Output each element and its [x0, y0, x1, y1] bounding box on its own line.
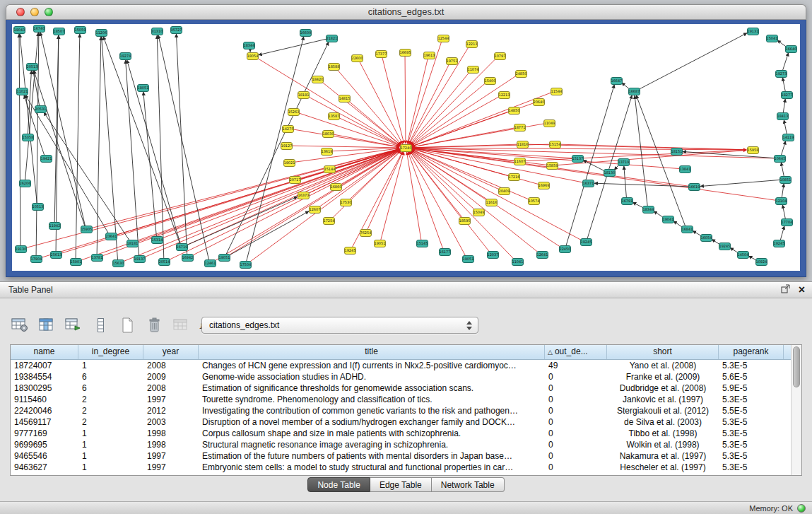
graph-node[interactable]: 1924503	[773, 240, 785, 247]
table-row[interactable]: 969969511998Structural magnetic resonanc…	[11, 439, 801, 450]
graph-node[interactable]: 1535853	[22, 134, 34, 141]
graph-node[interactable]: 1859571	[459, 217, 471, 225]
graph-node[interactable]: 1194204	[49, 222, 61, 230]
graph-node[interactable]: 1924502	[719, 243, 731, 250]
graph-node[interactable]: 1358713	[328, 112, 340, 120]
graph-node[interactable]: 1221390	[498, 91, 510, 99]
graph-node[interactable]: 1378104	[91, 254, 103, 262]
close-button[interactable]	[16, 8, 25, 16]
graph-node[interactable]: 1120608	[95, 29, 107, 37]
graph-node[interactable]: 1912743	[281, 142, 293, 150]
graph-node[interactable]: 1411945	[782, 134, 794, 141]
graph-node[interactable]: 1924501	[580, 238, 592, 246]
graph-node[interactable]: 1254419	[437, 35, 449, 42]
graph-node[interactable]: 1264104	[536, 251, 548, 259]
graph-node[interactable]: 1975182	[446, 57, 458, 65]
graph-node[interactable]: 1913043	[15, 245, 27, 253]
table-row[interactable]: 946554611997Estimation of the future num…	[11, 450, 801, 462]
tab-edge-table[interactable]: Edge Table	[370, 477, 432, 492]
graph-node[interactable]: 1085134	[779, 176, 792, 184]
graph-node[interactable]: 1750413	[240, 261, 252, 269]
graph-node[interactable]: 1563044	[112, 259, 124, 267]
delete-table-button[interactable]	[146, 316, 163, 334]
graph-node[interactable]: 1160742	[514, 158, 526, 165]
graph-node[interactable]: 1481513	[339, 95, 351, 103]
graph-node[interactable]: 1694204	[182, 254, 194, 262]
graph-node[interactable]: 1637358	[298, 192, 310, 199]
graph-node[interactable]: 1803022	[322, 130, 334, 138]
graph-node[interactable]: 1661942	[688, 183, 700, 191]
graph-node[interactable]: 2053190	[35, 105, 47, 113]
graph-node[interactable]: 2040937	[498, 187, 510, 195]
graph-node[interactable]: 1161642	[486, 199, 498, 206]
table-row[interactable]: 1872400712008Changes of HCN gene express…	[11, 360, 801, 371]
table-row[interactable]: 1830029562008Estimation of significance …	[11, 382, 801, 394]
graph-node[interactable]: 1737704	[375, 50, 387, 58]
column-header-out_de[interactable]: △out_de...	[545, 345, 607, 359]
graph-node[interactable]: 1664033	[785, 45, 797, 53]
graph-node[interactable]: 1684113	[681, 226, 693, 233]
graph-node[interactable]: 1902138	[283, 159, 295, 167]
graph-node[interactable]: 2245012	[559, 245, 571, 253]
graph-node[interactable]: 2071700	[289, 176, 301, 184]
graph-node[interactable]: 2064019	[533, 98, 545, 106]
graph-node[interactable]: 1154408	[551, 88, 563, 95]
graph-node[interactable]: 1181644	[517, 141, 529, 148]
graph-node[interactable]: 1904134	[662, 216, 674, 223]
graph-node[interactable]: 1841341	[777, 112, 789, 120]
graph-node[interactable]: 7625441	[360, 229, 372, 237]
graph-node[interactable]: 1057437	[528, 197, 540, 205]
graph-node[interactable]: 1617704	[439, 248, 451, 256]
graph-node[interactable]: 1858864	[328, 63, 340, 71]
graph-node[interactable]: 1753044	[340, 199, 352, 206]
graph-node[interactable]: 1531413	[151, 236, 163, 244]
graph-node[interactable]: 1210443	[775, 197, 787, 205]
graph-node[interactable]: 1102174	[16, 88, 28, 95]
graph-node[interactable]: 1513744	[572, 155, 584, 163]
graph-node[interactable]: 1221397	[466, 40, 478, 48]
table-row[interactable]: 1938455462009Genome-wide association stu…	[11, 371, 801, 382]
graph-node[interactable]: 1450412	[737, 251, 749, 259]
graph-node[interactable]: 1590513	[81, 226, 93, 233]
graph-node[interactable]: 1721600	[508, 173, 520, 181]
graph-node[interactable]: 1427512	[282, 125, 294, 133]
graph-node[interactable]: 1942174	[40, 155, 52, 163]
graph-node[interactable]: 1815183	[671, 148, 683, 156]
graph-node[interactable]: 1813044	[604, 169, 616, 177]
import-table-button[interactable]	[65, 316, 82, 334]
graph-node[interactable]: 1805419	[247, 52, 259, 60]
column-header-year[interactable]: year	[143, 345, 199, 359]
graph-node[interactable]: 2182104	[326, 35, 338, 42]
graph-node[interactable]: 1104919	[543, 119, 555, 127]
window-titlebar[interactable]: citations_edges.txt	[6, 4, 806, 20]
zoom-button[interactable]	[45, 8, 53, 16]
graph-node[interactable]: 1515469	[549, 141, 561, 148]
table-row[interactable]: 977716911998Corpus callosum shape and si…	[11, 428, 801, 439]
table-row[interactable]: 911546021997Tourette syndrome. Phenomeno…	[11, 394, 801, 405]
graph-node[interactable]: 1585945	[546, 162, 558, 170]
graph-node[interactable]: 1790473	[30, 255, 42, 263]
graph-node[interactable]: 1913744	[134, 255, 146, 263]
graph-node[interactable]: 1605442	[700, 234, 712, 242]
graph-node[interactable]: 1104113	[512, 258, 524, 266]
graph-node[interactable]: 2364104	[105, 233, 117, 240]
column-header-title[interactable]: title	[199, 345, 545, 359]
graph-node[interactable]: 2051304	[26, 63, 38, 71]
vertical-scrollbar[interactable]	[791, 345, 801, 475]
graph-node[interactable]: 1505913	[74, 26, 86, 34]
graph-node[interactable]: 8131074	[151, 28, 163, 35]
graph-node[interactable]: 1827744	[781, 91, 793, 99]
minimize-button[interactable]	[30, 8, 39, 16]
graph-node[interactable]: 1770413	[781, 218, 793, 226]
table-row[interactable]: 946362711997Embryonic stem cells: a mode…	[11, 462, 801, 473]
graph-node[interactable]: 1203744	[487, 251, 499, 259]
graph-node[interactable]: 1668744	[628, 88, 640, 95]
graph-node[interactable]: 1051393	[32, 203, 44, 211]
graph-node[interactable]: 1064510	[774, 155, 786, 163]
graph-node[interactable]: 1805134	[137, 84, 149, 92]
graph-node[interactable]: 1107434	[467, 66, 479, 74]
close-panel-icon[interactable]: ×	[799, 283, 805, 297]
graph-node[interactable]: 1927413	[119, 52, 131, 60]
graph-node[interactable]: 1664794	[611, 77, 623, 85]
graph-node[interactable]: 1514458	[324, 165, 336, 173]
